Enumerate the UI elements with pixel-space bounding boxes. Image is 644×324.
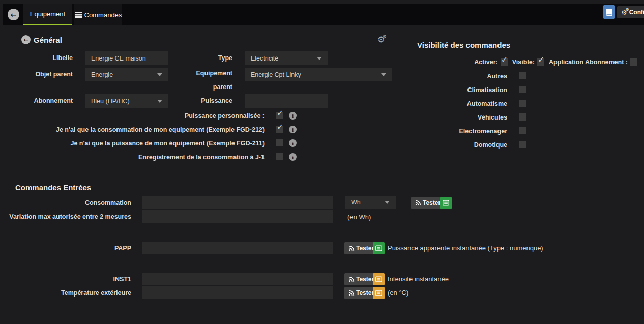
papp-label: PAPP (114, 245, 131, 252)
book-icon (606, 9, 612, 16)
type-label: Type (218, 54, 232, 62)
inst1-description: Intensité instantanée (388, 275, 449, 283)
gears-icon (621, 9, 627, 16)
equipment-config-page: ← Equipement Commandes (0, 0, 644, 324)
variation-max-input[interactable] (142, 210, 333, 223)
tab-commandes[interactable]: Commandes (74, 4, 122, 25)
info-icon (289, 112, 297, 120)
application-abonnement-label: Application Abonnement : (549, 58, 628, 66)
puissance-label: Puissance (201, 97, 232, 104)
caret-down-icon (385, 201, 390, 204)
rss-icon (415, 200, 421, 206)
variation-unit-hint: (en Wh) (347, 213, 371, 221)
caret-down-icon (317, 57, 322, 60)
temperature-label: Température extérieure (61, 289, 131, 297)
papp-input[interactable] (142, 242, 333, 254)
section-back-icon[interactable]: ← (21, 35, 31, 44)
abonnement-label: Abonnement (34, 97, 73, 104)
option-puissance-personnalisee-label: Puissance personnalisée : (185, 112, 265, 120)
category-climatisation-checkbox[interactable] (519, 86, 526, 93)
list-icon (75, 12, 82, 18)
category-electromenager-label: Electromenager (459, 128, 507, 135)
equipement-parent-select-value: Energie Cpt Linky (251, 71, 377, 78)
temperature-input[interactable] (142, 286, 333, 299)
equipement-parent-select[interactable]: Energie Cpt Linky (245, 68, 392, 81)
libelle-input[interactable] (85, 51, 168, 65)
temperature-description: (en °C) (388, 289, 408, 297)
tab-commandes-label: Commandes (84, 11, 122, 19)
equipement-parent-label: Equipement parent (175, 67, 232, 94)
tab-equipement-label: Equipement (30, 10, 65, 18)
option-enregistrement-j1-label: Enregistrement de la consommation à J-1 (138, 154, 265, 161)
puissance-only-checkbox[interactable] (276, 139, 283, 146)
variation-max-label: Variation max autorisée entre 2 mesures (9, 213, 131, 220)
papp-description: Puissance apparente instantanée (Type : … (388, 244, 543, 252)
category-autres-label: Autres (487, 73, 507, 80)
info-icon (289, 126, 297, 133)
objet-parent-select[interactable]: Energie (85, 68, 168, 81)
conso-only-checkbox[interactable] (276, 126, 283, 133)
option-conso-only-label: Je n'ai que la consommation de mon equip… (56, 126, 265, 133)
type-select-value: Electricité (251, 55, 313, 62)
objet-parent-label: Objet parent (35, 71, 73, 78)
category-domotique-label: Domotique (474, 141, 507, 149)
info-icon (289, 139, 297, 147)
category-vehicules-checkbox[interactable] (519, 113, 526, 121)
puissance-input[interactable] (245, 94, 328, 108)
activer-label: Activer: (474, 58, 498, 66)
inst1-input[interactable] (142, 273, 333, 285)
info-icon (289, 153, 297, 161)
list-alt-icon (375, 276, 382, 282)
application-abonnement-checkbox[interactable] (630, 58, 637, 66)
configuration-button[interactable]: Configuration (617, 6, 644, 18)
unit-select-value: Wh (351, 199, 380, 206)
back-icon[interactable]: ← (8, 9, 19, 20)
rss-icon (348, 276, 355, 282)
visibility-inline-options: Activer: Visible: Application Abonnement… (474, 58, 637, 66)
category-climatisation-label: Climatisation (467, 86, 508, 94)
objet-parent-select-value: Energie (91, 71, 153, 78)
puissance-personnalisee-checkbox[interactable] (276, 112, 283, 119)
enregistrement-j1-checkbox[interactable] (276, 153, 283, 160)
category-vehicules-label: Véhicules (478, 114, 507, 121)
configuration-button-label: Configuration (629, 9, 644, 16)
unit-select[interactable]: Wh (345, 196, 396, 209)
display-command-button[interactable] (373, 242, 385, 254)
top-navigation-bar: ← Equipement Commandes (3, 4, 644, 25)
caret-down-icon (381, 73, 386, 76)
activer-checkbox[interactable] (501, 58, 508, 66)
inst1-label: INST1 (113, 276, 131, 283)
category-automatisme-label: Automatisme (467, 100, 507, 107)
consommation-label: Consommation (85, 199, 131, 207)
tab-equipement[interactable]: Equipement (23, 4, 72, 25)
display-command-button[interactable] (373, 287, 385, 299)
category-automatisme-checkbox[interactable] (519, 100, 526, 107)
visible-checkbox[interactable] (537, 58, 544, 66)
abonnement-select[interactable]: Bleu (HP/HC) (85, 94, 168, 108)
consommation-input[interactable] (142, 196, 333, 209)
option-puissance-only-label: Je n'ai que la puissance de mon équipeme… (70, 140, 265, 147)
rss-icon (348, 290, 355, 296)
category-autres-checkbox[interactable] (519, 72, 526, 79)
caret-down-icon (157, 100, 162, 103)
abonnement-select-value: Bleu (HP/HC) (91, 98, 153, 105)
type-select[interactable]: Electricité (245, 51, 328, 65)
advanced-settings-gears-icon[interactable] (377, 36, 385, 44)
visibility-panel-title: Visibilité des commandes (417, 41, 510, 49)
rss-icon (348, 245, 355, 251)
display-command-button[interactable] (440, 197, 452, 209)
list-alt-icon (375, 245, 382, 251)
libelle-label: Libelle (52, 54, 73, 62)
commandes-section-title: Commandes Entrées (15, 183, 91, 192)
list-alt-icon (375, 290, 382, 296)
list-alt-icon (443, 200, 449, 206)
caret-down-icon (157, 73, 162, 76)
display-command-button[interactable] (373, 273, 385, 285)
category-domotique-checkbox[interactable] (519, 141, 526, 148)
documentation-button[interactable] (603, 5, 615, 19)
general-section-title: Général (34, 36, 62, 44)
visible-label: Visible: (512, 58, 535, 66)
category-electromenager-checkbox[interactable] (519, 127, 526, 134)
